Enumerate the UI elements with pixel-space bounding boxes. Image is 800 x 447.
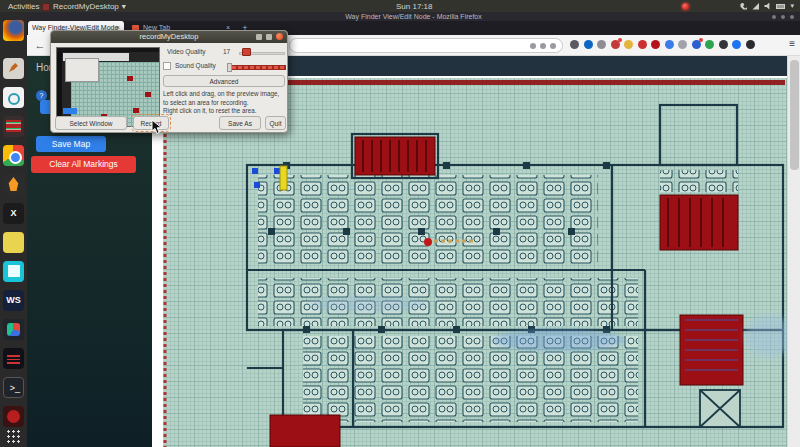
more-icon[interactable] [550,43,556,49]
save-as-button[interactable]: Save As [219,116,261,130]
tray-caret-icon: ▾ [790,2,794,10]
red-extension-icon[interactable] [611,40,620,49]
scrollbar-thumb[interactable] [790,60,799,170]
advanced-button[interactable]: Advanced [163,75,285,87]
linkedin-icon[interactable] [584,40,593,49]
app-menu-label: RecordMyDesktop [53,2,119,11]
app-menu-caret: ▾ [122,2,126,11]
phone-icon [740,3,747,10]
circle-app-icon[interactable] [3,87,24,108]
video-quality-value: 17 [223,48,230,55]
video-quality-label: Video Quality [167,48,206,55]
dark-extension-icon[interactable] [746,40,755,49]
vimeo-extension-icon[interactable] [732,40,741,49]
page-scrollbar[interactable] [787,56,800,447]
webstorm-icon[interactable]: WS [3,290,24,311]
dialog-minimize-icon[interactable] [256,34,262,40]
red-path-node [424,238,432,246]
dialog-maximize-icon[interactable] [266,34,272,40]
dialog-help-text: Left click and drag, on the preview imag… [163,90,279,116]
system-tray[interactable]: ▾ [740,2,794,10]
volume-icon [764,3,771,10]
mouse-cursor [151,119,163,135]
window-title: Way Finder View/Edit Node - Mozilla Fire… [345,13,482,20]
bookmark-star-icon[interactable] [540,43,546,49]
cyan-app-icon[interactable] [3,261,24,282]
activities-button[interactable]: Activities [8,2,40,11]
show-applications-icon[interactable] [3,426,24,447]
x-room [700,390,740,427]
terminal-icon[interactable]: >_ [3,377,24,398]
window-controls[interactable] [772,15,794,19]
firefox-dock-icon[interactable] [3,20,24,41]
red-app-icon[interactable] [3,406,24,427]
blue-badge-extension-icon[interactable] [692,40,701,49]
dialog-title-bar[interactable]: recordMyDesktop [51,31,287,43]
back-button[interactable]: ← [33,38,47,52]
dialog-close-icon[interactable] [276,33,283,40]
urlbar-icons[interactable] [530,43,556,49]
network-icon [752,3,759,10]
blue-node-marker [252,168,258,174]
sound-quality-label: Sound Quality [175,62,216,69]
x11-icon[interactable]: X [3,203,24,224]
green-extension-icon[interactable] [705,40,714,49]
yellow-node-marker [280,166,287,190]
clock[interactable]: Sun 17:18 [396,2,432,11]
minimize-icon[interactable] [772,15,776,19]
recordmydesktop-dialog: recordMyDesktop Video Quality 17 Sound Q… [50,30,288,133]
download-icon[interactable] [570,40,579,49]
recordmydesktop-app-icon [42,3,50,11]
maximize-icon[interactable] [781,15,785,19]
battery-icon [776,4,785,9]
media-app-icon[interactable] [3,116,24,137]
sound-quality-slider-handle[interactable] [227,63,232,72]
text-editor-icon[interactable] [3,58,24,79]
blue-node-marker [254,182,260,188]
chrome-icon[interactable] [3,145,24,166]
quit-button[interactable]: Quit [265,116,286,130]
sound-quality-slider[interactable] [229,65,286,70]
arrow-up-extension-icon[interactable] [665,40,674,49]
grid-extension-icon[interactable] [678,40,687,49]
sound-quality-checkbox[interactable] [163,62,171,70]
save-map-button[interactable]: Save Map [36,136,106,152]
shield-icon[interactable] [530,43,536,49]
ide-app-icon[interactable] [3,319,24,340]
firefox-title-bar: Way Finder View/Edit Node - Mozilla Fire… [27,12,800,21]
pointer-extension-icon[interactable] [719,40,728,49]
clear-all-markings-button[interactable]: Clear All Markings [31,156,136,173]
close-icon[interactable] [790,15,794,19]
floor-plan-map[interactable] [163,78,787,447]
dock: X WS >_ [0,12,27,447]
lock-icon[interactable] [651,40,660,49]
yellow-extension-icon[interactable] [624,40,633,49]
sticky-notes-icon[interactable] [3,232,24,253]
hamburger-menu-icon[interactable]: ≡ [789,38,795,49]
select-window-button[interactable]: Select Window [55,116,127,130]
video-quality-slider-handle[interactable] [242,48,251,56]
striped-circle-app-icon[interactable] [3,348,24,369]
url-bar[interactable] [289,38,563,53]
recording-area-preview[interactable] [56,47,160,127]
adblock-icon[interactable] [638,40,647,49]
app-menu[interactable]: RecordMyDesktop ▾ [42,2,126,11]
recording-indicator-icon [682,3,689,10]
extension-toolbar [570,40,755,49]
dialog-title: recordMyDesktop [140,32,199,41]
flame-app-icon[interactable] [3,174,24,195]
oval-extension-icon[interactable] [597,40,606,49]
blue-node-marker [274,168,280,174]
gnome-top-bar: Activities RecordMyDesktop ▾ Sun 17:18 ▾ [0,0,800,12]
